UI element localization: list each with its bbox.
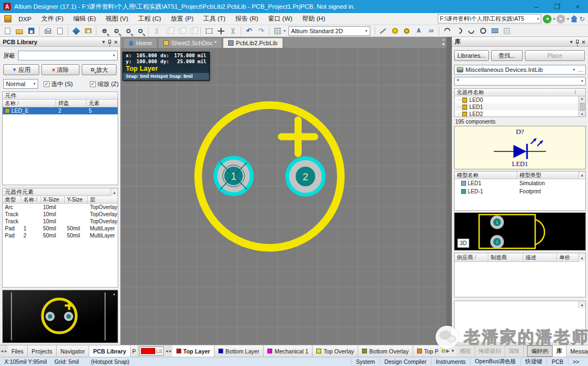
pin-icon[interactable]: [108, 40, 111, 44]
new-file-icon[interactable]: [2, 26, 13, 36]
grid-icon[interactable]: [272, 26, 283, 36]
layer-filter-icon[interactable]: ▼: [451, 349, 455, 353]
panel-tab-navigator[interactable]: Navigator: [57, 345, 89, 357]
component-row-led-e[interactable]: LED_E 2 5: [3, 107, 118, 114]
menu-help[interactable]: 帮助 (H): [297, 13, 330, 25]
component-list-header[interactable]: 元器件名称 /: [455, 89, 578, 96]
layer-tabs-right-icon[interactable]: ►: [169, 345, 173, 357]
forward-caret-icon[interactable]: ▾: [567, 17, 569, 21]
tab-messages[interactable]: Messages: [567, 345, 588, 357]
menu-window[interactable]: 窗口 (W): [263, 13, 297, 25]
print-preview-icon[interactable]: [54, 26, 65, 36]
panel-close-icon[interactable]: ×: [114, 39, 118, 45]
menu-reports[interactable]: 报告 (R): [230, 13, 263, 25]
panel-tab-truncated[interactable]: P: [131, 345, 138, 357]
paste-special-icon[interactable]: [187, 26, 198, 36]
cut-icon[interactable]: [151, 26, 162, 36]
tab-library[interactable]: 库: [553, 345, 567, 357]
list-item-led2[interactable]: LED2: [455, 111, 585, 117]
3d-view-button[interactable]: 3D: [457, 239, 469, 248]
status-more-icon[interactable]: >>: [568, 358, 584, 365]
layer-tab-bottom-overlay[interactable]: Bottom Overlay: [358, 345, 413, 357]
footprint-preview[interactable]: 1 2 3D: [454, 212, 586, 251]
panel-tab-projects[interactable]: Projects: [28, 345, 57, 357]
component-list-scrollbar[interactable]: ▴▾: [578, 96, 585, 117]
menu-view[interactable]: 视图 (V): [101, 13, 133, 25]
string-tool-icon[interactable]: .10: [425, 26, 437, 36]
col-prims[interactable]: 元素: [87, 100, 118, 107]
layer-tab-top-overlay[interactable]: Top Overlay: [313, 345, 358, 357]
pad-tool-icon[interactable]: [389, 26, 401, 36]
library-select[interactable]: Miscellaneous Devices.IntLib ▾ …: [454, 65, 586, 75]
menu-project[interactable]: 工程 (C): [133, 13, 166, 25]
menu-file[interactable]: 文件 (F): [36, 13, 69, 25]
clear-button[interactable]: × 清除: [41, 64, 79, 75]
pad-2[interactable]: 2: [285, 156, 326, 197]
col-manufacturer[interactable]: 制造商: [488, 253, 523, 261]
col-ysize[interactable]: Y-Size: [65, 196, 88, 203]
mask-combobox[interactable]: ▾: [18, 51, 118, 60]
primitive-row[interactable]: Pad1 50mil50mil MultiLayer: [3, 225, 118, 232]
status-pcb[interactable]: PCB: [547, 358, 568, 365]
save-icon[interactable]: [26, 26, 37, 36]
schematic-preview[interactable]: D? LED1: [454, 126, 586, 169]
back-icon[interactable]: ◄: [543, 15, 552, 23]
layer-set-indicator[interactable]: LS: [139, 346, 164, 356]
menu-place[interactable]: 放置 (P): [166, 13, 199, 25]
primitive-row[interactable]: Arc 10mil TopOverlay: [3, 204, 118, 211]
zoom-in-icon[interactable]: +: [99, 26, 110, 36]
model-row-simulation[interactable]: LED1 Simulation: [455, 179, 585, 187]
copy-icon[interactable]: [163, 26, 174, 36]
col-price[interactable]: 单价: [557, 253, 578, 261]
text-tool-icon[interactable]: A: [413, 26, 425, 36]
library-more-icon[interactable]: …: [578, 67, 583, 73]
tab-home[interactable]: Home: [123, 38, 157, 48]
magnify-button[interactable]: 放大: [82, 64, 117, 75]
view-mode-select[interactable]: Altium Standard 2D ▾: [289, 26, 370, 36]
panel-tab-files[interactable]: Files: [8, 345, 28, 357]
zoom-area-icon[interactable]: [122, 26, 134, 36]
select-area-icon[interactable]: [203, 26, 215, 36]
status-shortcuts[interactable]: 快捷键: [520, 358, 547, 365]
tab-favorites[interactable]: 偏好的: [527, 345, 553, 357]
close-button[interactable]: ×: [567, 0, 588, 13]
minimap-preview[interactable]: ▴: [2, 290, 118, 343]
paste-icon[interactable]: [175, 26, 186, 36]
home-icon[interactable]: [571, 15, 578, 22]
open-file-icon[interactable]: [14, 26, 25, 36]
print-icon[interactable]: [42, 26, 53, 36]
arc-edge-tool-icon[interactable]: [442, 26, 453, 36]
tab-pcblib2-pcblib[interactable]: PcbLib2.PcbLib: [223, 38, 283, 48]
workspace-icon[interactable]: [70, 26, 82, 36]
full-circle-tool-icon[interactable]: [477, 26, 489, 36]
layer-tab-mechanical-1[interactable]: Mechanical 1: [264, 345, 313, 357]
panel-menu-icon[interactable]: ▾: [102, 39, 105, 45]
address-combobox[interactable]: F:\课件资料\个人用\工程实践\AT5 ▾: [438, 14, 541, 23]
lib-pin-icon[interactable]: [576, 40, 579, 44]
tab-overflow-icon[interactable]: »▾: [442, 38, 445, 46]
col-supplier[interactable]: 供应商 /: [455, 253, 488, 261]
layer-tab-top-layer[interactable]: Top Layer: [173, 345, 215, 357]
plus-marker[interactable]: [281, 120, 315, 154]
mode-select[interactable]: Normal ▾: [3, 79, 38, 89]
status-system[interactable]: System: [351, 358, 379, 365]
clear-mask-button[interactable]: 清除: [505, 345, 524, 357]
maximize-button[interactable]: ❒: [547, 0, 567, 13]
primitive-row[interactable]: Track 10mil TopOverlay: [3, 211, 118, 218]
col-prim-name[interactable]: 名称 /: [21, 196, 41, 203]
layer-tab-bottom-layer[interactable]: Bottom Layer: [215, 345, 264, 357]
select-checkbox[interactable]: ✓ 选中 (S): [44, 80, 73, 88]
status-instruments[interactable]: Instruments: [431, 358, 470, 365]
panel-tabs-left-icon[interactable]: ◄: [0, 345, 4, 357]
col-description[interactable]: 描述: [523, 253, 557, 261]
offset-icon[interactable]: [227, 26, 238, 36]
primitive-row[interactable]: Pad2 50mil50mil MultiLayer: [3, 232, 118, 239]
pad-1[interactable]: 1: [213, 156, 254, 196]
redo-icon[interactable]: ↷: [255, 26, 267, 36]
status-openbus-palette[interactable]: OpenBus调色板: [470, 358, 520, 365]
filter-combobox[interactable]: * ▾: [454, 77, 586, 86]
mask-level-button[interactable]: 掩膜级别: [475, 345, 505, 357]
col-layer[interactable]: 层: [88, 196, 118, 203]
arc-any-tool-icon[interactable]: [465, 26, 477, 36]
menu-tools[interactable]: 工具 (T): [198, 13, 230, 25]
